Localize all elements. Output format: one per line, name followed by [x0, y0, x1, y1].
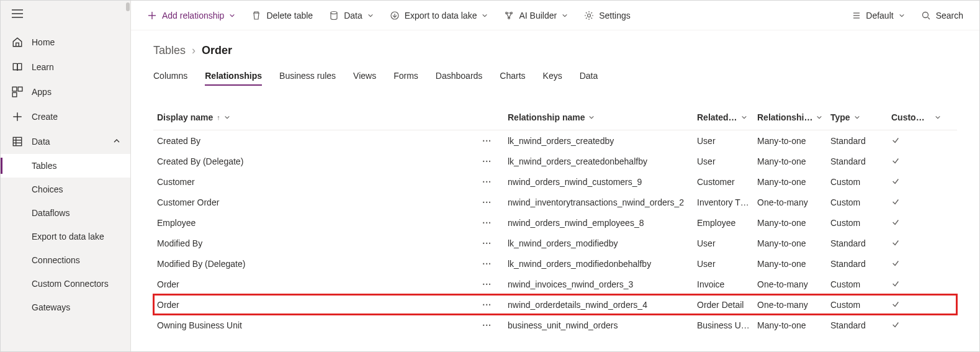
sidebar-item-gateways[interactable]: Gateways [1, 296, 130, 319]
cell-relationship-name: lk_nwind_orders_modifiedonbehalfby [508, 259, 651, 269]
export-to-data-lake-button[interactable]: Export to data lake [385, 7, 493, 24]
export-icon [390, 11, 400, 20]
tab-charts[interactable]: Charts [500, 71, 525, 86]
row-more-button[interactable]: ··· [482, 156, 501, 166]
row-more-button[interactable]: ··· [482, 238, 501, 248]
button-label: Delete table [266, 11, 313, 20]
search-label: Search [936, 11, 963, 20]
delete-table-button[interactable]: Delete table [246, 7, 318, 24]
cell-related: User [697, 259, 716, 269]
sidebar: Home Learn Apps Create Data Tables Choic… [1, 1, 131, 351]
scrollbar-thumb[interactable] [126, 2, 130, 11]
grid-header: Display name ↑ Relationship name Related… [153, 104, 957, 130]
column-header-relationship-type[interactable]: Relationshi… [757, 112, 830, 122]
search-button[interactable]: Search [916, 7, 968, 24]
tab-relationships[interactable]: Relationships [205, 71, 262, 86]
table-row[interactable]: Order···nwind_invoices_nwind_orders_3Inv… [153, 274, 957, 294]
breadcrumb-tables[interactable]: Tables [153, 44, 186, 57]
row-more-button[interactable]: ··· [482, 300, 501, 310]
learn-icon [12, 61, 23, 73]
row-more-button[interactable]: ··· [482, 320, 501, 330]
tab-dashboards[interactable]: Dashboards [436, 71, 483, 86]
cell-related: Inventory T… [697, 197, 749, 207]
table-row[interactable]: Customer Order···nwind_inventorytransact… [153, 192, 957, 212]
tab-business-rules[interactable]: Business rules [279, 71, 336, 86]
cell-relationship-name: lk_nwind_orders_createdby [508, 136, 614, 146]
command-bar: Add relationship Delete table Data Expor… [131, 1, 979, 30]
column-header-display-name[interactable]: Display name ↑ [157, 112, 508, 122]
check-icon [891, 156, 900, 167]
sidebar-item-custom-connectors[interactable]: Custom Connectors [1, 272, 130, 296]
check-icon [891, 218, 900, 228]
plus-icon [12, 111, 23, 122]
sidebar-item-label: Custom Connectors [32, 279, 109, 289]
sidebar-item-home[interactable]: Home [1, 30, 130, 55]
column-header-type[interactable]: Type [830, 112, 891, 122]
table-row[interactable]: Modified By···lk_nwind_orders_modifiedby… [153, 233, 957, 253]
cell-related: Invoice [697, 279, 724, 289]
row-more-button[interactable]: ··· [482, 259, 501, 269]
data-icon [12, 136, 23, 147]
check-icon [891, 300, 900, 310]
chevron-down-icon [816, 112, 822, 122]
plus-icon [147, 11, 157, 20]
table-row[interactable]: Owning Business Unit···business_unit_nwi… [153, 315, 957, 335]
data-button[interactable]: Data [324, 7, 379, 24]
check-icon [891, 136, 900, 147]
settings-button[interactable]: Settings [579, 7, 636, 24]
main: Add relationship Delete table Data Expor… [131, 1, 979, 351]
view-selector[interactable]: Default [846, 7, 909, 24]
apps-icon [12, 86, 23, 97]
sidebar-item-create[interactable]: Create [1, 104, 130, 129]
cell-display-name: Modified By (Delegate) [157, 259, 245, 269]
column-header-relationship-name[interactable]: Relationship name [508, 112, 697, 122]
tab-views[interactable]: Views [353, 71, 376, 86]
sort-asc-icon: ↑ [217, 114, 220, 121]
breadcrumb-current: Order [202, 44, 232, 57]
row-more-button[interactable]: ··· [482, 279, 501, 289]
content-area: Tables › Order ColumnsRelationshipsBusin… [131, 30, 979, 351]
hamburger-button[interactable] [1, 3, 130, 30]
cell-relationship-type: Many-to-one [757, 136, 806, 146]
button-label: Add relationship [162, 11, 224, 20]
add-relationship-button[interactable]: Add relationship [142, 7, 240, 24]
sidebar-item-export-to-data-lake[interactable]: Export to data lake [1, 225, 130, 248]
column-header-custom[interactable]: Custom… [891, 112, 941, 122]
sidebar-item-label: Learn [32, 62, 54, 72]
svg-point-19 [588, 14, 591, 17]
row-more-button[interactable]: ··· [482, 197, 501, 207]
row-more-button[interactable]: ··· [482, 218, 501, 228]
tab-columns[interactable]: Columns [153, 71, 187, 86]
table-row[interactable]: Created By···lk_nwind_orders_createdbyUs… [153, 130, 957, 151]
chevron-down-icon [224, 112, 230, 122]
sidebar-item-choices[interactable]: Choices [1, 178, 130, 201]
cell-relationship-type: Many-to-one [757, 238, 806, 248]
sidebar-item-connections[interactable]: Connections [1, 248, 130, 272]
chevron-down-icon [229, 11, 235, 20]
ai-builder-button[interactable]: AI Builder [499, 7, 573, 24]
cell-related: Business U… [697, 320, 750, 330]
sidebar-item-learn[interactable]: Learn [1, 55, 130, 79]
check-icon [891, 238, 900, 249]
cell-related: User [697, 238, 716, 248]
cell-related: Order Detail [697, 300, 744, 310]
table-row[interactable]: Customer···nwind_orders_nwind_customers_… [153, 171, 957, 192]
sidebar-item-label: Home [32, 37, 55, 47]
table-row[interactable]: Modified By (Delegate)···lk_nwind_orders… [153, 253, 957, 274]
tab-data[interactable]: Data [580, 71, 598, 86]
sidebar-item-tables[interactable]: Tables [1, 154, 130, 178]
cell-type: Standard [830, 156, 866, 166]
tab-keys[interactable]: Keys [543, 71, 562, 86]
sidebar-item-data[interactable]: Data [1, 129, 130, 154]
table-row[interactable]: Employee···nwind_orders_nwind_employees_… [153, 212, 957, 233]
sidebar-item-dataflows[interactable]: Dataflows [1, 201, 130, 225]
sidebar-item-apps[interactable]: Apps [1, 79, 130, 104]
column-header-related[interactable]: Related… [697, 112, 757, 122]
row-more-button[interactable]: ··· [482, 136, 501, 146]
row-more-button[interactable]: ··· [482, 177, 501, 187]
tab-forms[interactable]: Forms [393, 71, 418, 86]
table-row[interactable]: Created By (Delegate)···lk_nwind_orders_… [153, 151, 957, 171]
table-row[interactable]: Order···nwind_orderdetails_nwind_orders_… [153, 294, 957, 315]
sidebar-item-label: Create [32, 112, 58, 122]
cell-display-name: Created By (Delegate) [157, 156, 243, 166]
